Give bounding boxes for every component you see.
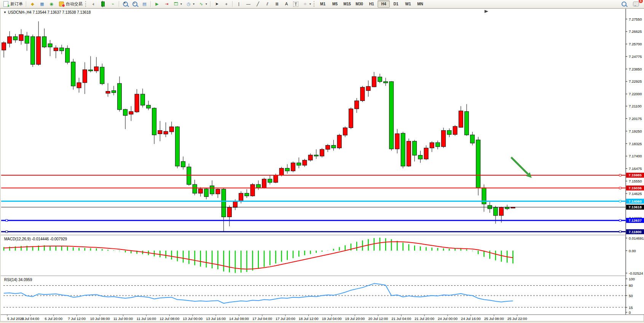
candle-body (140, 94, 145, 105)
candle-body (227, 208, 231, 217)
candle-body (94, 67, 99, 71)
label-button[interactable]: T (291, 0, 300, 8)
candle-body (360, 87, 365, 101)
channel-icon: ⫽ (265, 1, 270, 7)
candle-body (505, 207, 509, 209)
chat-bubble-icon (633, 2, 639, 6)
label-icon: T (293, 2, 298, 7)
candle-body (25, 36, 29, 43)
zoom-in-button[interactable]: + (121, 0, 130, 8)
timeframe-button-m5[interactable]: M5 (329, 0, 341, 8)
candle-body (465, 112, 469, 135)
candle-body (193, 184, 197, 193)
new-order-button[interactable]: + 新订单 (1, 0, 25, 8)
candle-body (407, 141, 411, 166)
candle-body (453, 126, 457, 134)
candle-body (470, 135, 475, 143)
timeframe-group: M1M5M15M30H1H4D1W1MN (317, 0, 426, 8)
timeframe-button-m15[interactable]: M15 (341, 0, 353, 8)
date-label: 13 Jul 00:00 (183, 317, 202, 321)
market-watch-button[interactable]: ◆ (28, 0, 37, 8)
tile-windows-button[interactable]: ▤ (140, 0, 149, 8)
notifications-button[interactable]: 1 (631, 0, 641, 8)
date-label: 20 Jul 12:00 (368, 317, 388, 321)
candle-body (100, 67, 104, 84)
line-anchor (619, 187, 621, 189)
date-label: 14 Jul 08:00 (229, 317, 249, 321)
candle-body (308, 155, 312, 160)
candle-body (245, 193, 249, 196)
vertical-line-icon: | (236, 1, 242, 7)
auto-trading-button[interactable]: 自动交易 (56, 0, 84, 8)
line-anchor (619, 231, 621, 233)
candle-body (13, 37, 18, 40)
candle-body (204, 189, 209, 197)
rsi-tick-label: 50 (629, 294, 633, 298)
timeframe-button-mn[interactable]: MN (414, 0, 426, 8)
chart-shift-button[interactable]: ⇥ (162, 0, 171, 8)
channel-button[interactable]: ⫽ (263, 0, 272, 8)
candle-body (268, 179, 272, 182)
timeframe-button-h1[interactable]: H1 (365, 0, 378, 8)
date-label: 10 Jul 08:00 (90, 317, 110, 321)
bar-chart-icon: ⫞ (90, 1, 96, 7)
metaeditor-button[interactable]: ▦ (37, 0, 47, 8)
horizontal-line-button[interactable]: — (244, 0, 253, 8)
line-anchor (619, 174, 621, 176)
new-chart-button[interactable]: 🗔▾ (171, 0, 184, 8)
new-order-label: 新订单 (10, 1, 23, 7)
cursor-button[interactable]: ➤ (212, 0, 222, 8)
arrows-button[interactable]: ⁘▾ (300, 0, 313, 8)
chart-canvas[interactable]: 7.275507.266257.257007.247757.238507.229… (0, 9, 644, 323)
trendline-button[interactable]: ╱ (253, 0, 263, 8)
trendline-icon: ╱ (255, 1, 261, 7)
cursor-icon: ➤ (214, 1, 220, 7)
separator (150, 1, 151, 7)
price-badge-label: 7.14060 (628, 199, 641, 203)
line-anchor (619, 219, 621, 221)
vertical-line-button[interactable]: | (234, 0, 244, 8)
candle-body (65, 48, 70, 62)
candle-body (343, 128, 347, 135)
date-label: 17 Jul 20:00 (276, 317, 295, 321)
auto-trading-label: 自动交易 (66, 1, 83, 7)
date-label: 11 Jul 16:00 (137, 317, 156, 321)
market-watch-icon: ◆ (30, 1, 35, 7)
date-label: 6 Jul 20:00 (45, 317, 62, 321)
chart-line-button[interactable]: ⌁ (108, 0, 118, 8)
timeframe-button-m30[interactable]: M30 (353, 0, 365, 8)
search-button[interactable] (619, 0, 629, 8)
candle-body (8, 37, 12, 43)
text-button[interactable]: A (282, 0, 291, 8)
zoom-out-button[interactable]: − (130, 0, 140, 8)
signals-button[interactable]: ◉ (47, 0, 56, 8)
timeframe-button-m1[interactable]: M1 (317, 0, 329, 8)
price-tick-label: 7.15550 (629, 179, 642, 183)
date-label: 11 Jul 00:00 (113, 317, 133, 321)
candle-body (60, 48, 64, 51)
timeframe-button-d1[interactable]: D1 (390, 0, 402, 8)
timeframe-button-h4[interactable]: H4 (378, 0, 390, 8)
price-tick-label: 7.16475 (629, 166, 642, 171)
timeframe-button-w1[interactable]: W1 (402, 0, 414, 8)
crosshair-button[interactable]: ＋ (222, 0, 231, 8)
candle-body (147, 105, 151, 108)
indicators-button[interactable]: ∿▾ (196, 0, 209, 8)
periods-button[interactable]: ◷▾ (184, 0, 196, 8)
candle-body (332, 145, 336, 148)
candle-body (447, 130, 451, 134)
price-tick-label: 7.14625 (629, 192, 642, 196)
auto-scroll-button[interactable]: ▶ (152, 0, 162, 8)
candle-body (77, 83, 81, 88)
date-label: 19 Jul 20:00 (345, 317, 365, 321)
chart-bars-button[interactable]: ⫞ (88, 0, 98, 8)
candle-body (395, 134, 399, 149)
auto-scroll-icon: ▶ (154, 1, 160, 7)
candle-body (2, 43, 6, 50)
fibonacci-button[interactable]: ≣ (272, 0, 282, 8)
candle-body (279, 168, 284, 175)
chart-candles-button[interactable] (98, 0, 108, 8)
zoom-in-icon: + (123, 2, 128, 6)
macd-label: MACD(12,26,9) -0.014446 -0.007929 (4, 237, 67, 241)
candlestick-icon (101, 2, 105, 6)
